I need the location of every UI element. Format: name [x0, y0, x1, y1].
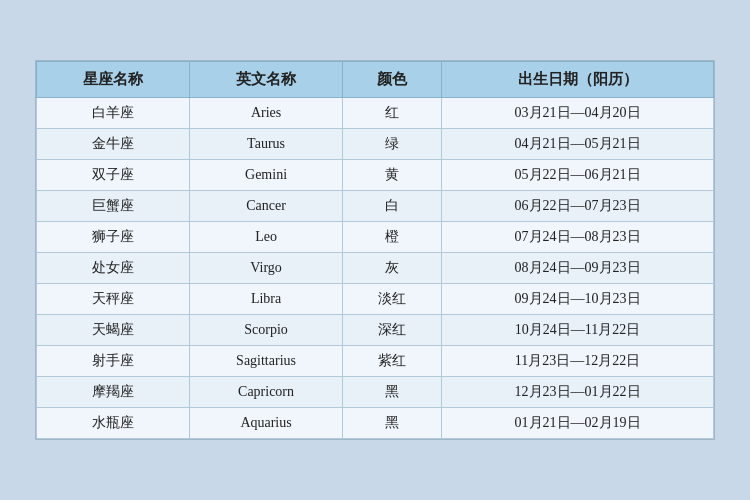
table-cell-5-2: 灰: [343, 253, 442, 284]
table-row: 白羊座Aries红03月21日—04月20日: [37, 98, 714, 129]
table-cell-2-0: 双子座: [37, 160, 190, 191]
table-cell-7-1: Scorpio: [190, 315, 343, 346]
table-cell-6-0: 天秤座: [37, 284, 190, 315]
table-cell-9-3: 12月23日—01月22日: [442, 377, 714, 408]
table-cell-9-1: Capricorn: [190, 377, 343, 408]
table-cell-5-0: 处女座: [37, 253, 190, 284]
table-cell-8-3: 11月23日—12月22日: [442, 346, 714, 377]
table-cell-5-3: 08月24日—09月23日: [442, 253, 714, 284]
table-cell-7-3: 10月24日—11月22日: [442, 315, 714, 346]
table-row: 巨蟹座Cancer白06月22日—07月23日: [37, 191, 714, 222]
table-header-2: 颜色: [343, 62, 442, 98]
table-row: 狮子座Leo橙07月24日—08月23日: [37, 222, 714, 253]
table-cell-7-0: 天蝎座: [37, 315, 190, 346]
table-cell-0-3: 03月21日—04月20日: [442, 98, 714, 129]
table-row: 天蝎座Scorpio深红10月24日—11月22日: [37, 315, 714, 346]
table-cell-4-0: 狮子座: [37, 222, 190, 253]
table-row: 处女座Virgo灰08月24日—09月23日: [37, 253, 714, 284]
table-cell-2-3: 05月22日—06月21日: [442, 160, 714, 191]
table-cell-9-2: 黑: [343, 377, 442, 408]
table-cell-2-1: Gemini: [190, 160, 343, 191]
table-cell-6-1: Libra: [190, 284, 343, 315]
table-row: 金牛座Taurus绿04月21日—05月21日: [37, 129, 714, 160]
table-header-3: 出生日期（阳历）: [442, 62, 714, 98]
table-cell-1-3: 04月21日—05月21日: [442, 129, 714, 160]
table-cell-7-2: 深红: [343, 315, 442, 346]
table-body: 白羊座Aries红03月21日—04月20日金牛座Taurus绿04月21日—0…: [37, 98, 714, 439]
table-cell-3-3: 06月22日—07月23日: [442, 191, 714, 222]
zodiac-table: 星座名称英文名称颜色出生日期（阳历） 白羊座Aries红03月21日—04月20…: [36, 61, 714, 439]
table-cell-8-0: 射手座: [37, 346, 190, 377]
table-cell-9-0: 摩羯座: [37, 377, 190, 408]
table-cell-1-1: Taurus: [190, 129, 343, 160]
table-cell-6-3: 09月24日—10月23日: [442, 284, 714, 315]
table-cell-5-1: Virgo: [190, 253, 343, 284]
table-cell-4-3: 07月24日—08月23日: [442, 222, 714, 253]
table-cell-8-1: Sagittarius: [190, 346, 343, 377]
table-cell-4-2: 橙: [343, 222, 442, 253]
table-header-1: 英文名称: [190, 62, 343, 98]
table-cell-1-2: 绿: [343, 129, 442, 160]
table-cell-3-0: 巨蟹座: [37, 191, 190, 222]
table-row: 摩羯座Capricorn黑12月23日—01月22日: [37, 377, 714, 408]
table-cell-3-2: 白: [343, 191, 442, 222]
table-cell-0-0: 白羊座: [37, 98, 190, 129]
table-cell-4-1: Leo: [190, 222, 343, 253]
table-row: 水瓶座Aquarius黑01月21日—02月19日: [37, 408, 714, 439]
table-cell-10-1: Aquarius: [190, 408, 343, 439]
zodiac-table-container: 星座名称英文名称颜色出生日期（阳历） 白羊座Aries红03月21日—04月20…: [35, 60, 715, 440]
table-cell-0-1: Aries: [190, 98, 343, 129]
table-cell-10-3: 01月21日—02月19日: [442, 408, 714, 439]
table-cell-0-2: 红: [343, 98, 442, 129]
table-cell-2-2: 黄: [343, 160, 442, 191]
table-cell-1-0: 金牛座: [37, 129, 190, 160]
table-row: 射手座Sagittarius紫红11月23日—12月22日: [37, 346, 714, 377]
table-cell-10-0: 水瓶座: [37, 408, 190, 439]
table-cell-6-2: 淡红: [343, 284, 442, 315]
table-row: 双子座Gemini黄05月22日—06月21日: [37, 160, 714, 191]
table-header-0: 星座名称: [37, 62, 190, 98]
table-row: 天秤座Libra淡红09月24日—10月23日: [37, 284, 714, 315]
table-cell-3-1: Cancer: [190, 191, 343, 222]
table-cell-8-2: 紫红: [343, 346, 442, 377]
table-header-row: 星座名称英文名称颜色出生日期（阳历）: [37, 62, 714, 98]
table-cell-10-2: 黑: [343, 408, 442, 439]
